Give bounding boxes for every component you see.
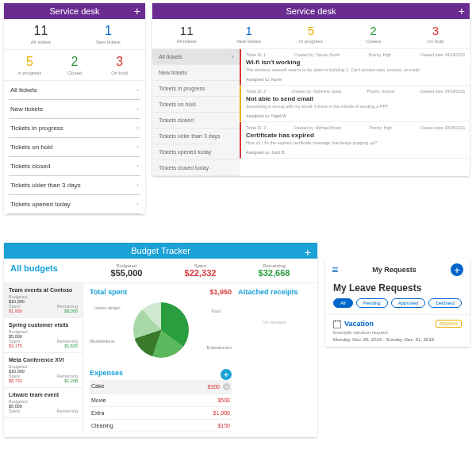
ticket[interactable]: Ticket ID: 1Created by: Steven SmithPrio… — [240, 49, 470, 86]
filter-pill[interactable]: Declined — [428, 298, 461, 308]
budget-detail: Total spent $1,950 Interior design... Fo… — [83, 283, 317, 437]
expense-row[interactable]: Cleaning$150 — [90, 420, 232, 432]
expense-row[interactable]: Extra$1,000 — [90, 407, 232, 420]
ticket-list: Ticket ID: 1Created by: Steven SmithPrio… — [240, 49, 470, 176]
add-icon[interactable]: + — [134, 5, 140, 17]
budget-item[interactable]: Spring customer visitsBudgeted$5,000Spen… — [4, 318, 83, 353]
filter-pill[interactable]: Pending — [356, 298, 388, 308]
sidebar-category[interactable]: Tickets on hold — [152, 97, 240, 113]
stat[interactable]: 5In progress — [280, 24, 342, 44]
sidebar-category[interactable]: All tickets› — [152, 49, 240, 65]
service-desk-narrow: Service desk + 11All tickets1New tickets… — [4, 3, 145, 214]
menu-item[interactable]: Tickets on hold› — [9, 138, 140, 157]
filter-pill[interactable]: All — [333, 298, 353, 308]
header: Budget Tracker + — [4, 243, 317, 259]
stat[interactable]: 1New tickets — [217, 24, 279, 44]
stat[interactable]: 5In progress — [7, 55, 52, 75]
ticket[interactable]: Ticket ID: 3Created by: Michael BrownPri… — [240, 122, 470, 159]
header-title: My Requests — [372, 266, 416, 274]
menu-item[interactable]: New tickets› — [9, 100, 140, 119]
expense-list: Cake$300×Movie$500Extra$1,000Cleaning$15… — [90, 380, 232, 432]
sidebar-category[interactable]: Tickets closed — [152, 113, 240, 129]
header: Service desk + — [152, 3, 470, 19]
total-spent-label: Total spent — [90, 288, 127, 296]
chevron-right-icon: › — [136, 182, 139, 189]
add-expense-icon[interactable]: + — [221, 369, 232, 380]
title: Service desk — [286, 6, 336, 16]
budget-item[interactable]: Litware team eventBudgeted$5,000SpentRem… — [4, 388, 83, 418]
sidebar-category[interactable]: Tickets older than 3 days — [152, 129, 240, 144]
calendar-icon — [333, 321, 341, 328]
filter-pill[interactable]: Approved — [391, 298, 426, 308]
title: Budget Tracker — [131, 246, 190, 255]
my-requests: ≡ My Requests + My Leave Requests AllPen… — [325, 259, 470, 347]
budget-summary: All budgets Budgeted$55,000 Spent$22,332… — [4, 259, 317, 283]
filter-pills: AllPendingApprovedDeclined — [325, 298, 470, 314]
stat[interactable]: 3On hold — [405, 24, 466, 44]
header: Service desk + — [4, 3, 145, 19]
ticket[interactable]: Ticket ID: 2Created by: Katherine JonasP… — [240, 86, 470, 122]
sidebar-category[interactable]: Tickets opened today — [152, 144, 240, 160]
add-request-icon[interactable]: + — [451, 263, 463, 276]
chevron-right-icon: › — [136, 86, 139, 94]
stat[interactable]: 2Closed — [52, 55, 98, 75]
stat[interactable]: 11All tickets — [155, 24, 217, 44]
add-icon[interactable]: + — [305, 246, 311, 259]
sidebar-category[interactable]: Tickets closed today — [152, 160, 240, 176]
expenses-label: Expenses — [90, 369, 123, 377]
menu-item[interactable]: Tickets opened today› — [9, 195, 140, 214]
attached-label: Attached receipts — [238, 288, 311, 296]
pie-chart: Interior design... Food Entertainment Mi… — [90, 302, 232, 364]
page-title: My Leave Requests — [325, 281, 470, 298]
request-item[interactable]: Vacation PENDING Example vacation reques… — [325, 314, 470, 347]
stat[interactable]: 2Closed — [342, 24, 404, 44]
menu-icon[interactable]: ≡ — [332, 263, 338, 276]
all-budgets-label: All budgets — [10, 263, 90, 278]
expense-row[interactable]: Movie$500 — [90, 394, 232, 407]
service-desk-wide: Service desk + 11All tickets1New tickets… — [152, 3, 470, 176]
total-spent-value: $1,950 — [209, 288, 232, 299]
title: Service desk — [50, 6, 100, 16]
budget-item[interactable]: Meta Conference XVIBudgeted$10,000SpentR… — [4, 353, 83, 388]
stats-row-1: 11All tickets1New tickets — [4, 19, 145, 50]
menu-item[interactable]: Tickets closed› — [9, 157, 140, 176]
stat[interactable]: 11All tickets — [7, 24, 75, 44]
chevron-right-icon: › — [136, 125, 139, 132]
status-badge: PENDING — [436, 320, 462, 328]
chevron-right-icon: › — [136, 201, 139, 208]
expense-row[interactable]: Cake$300× — [90, 380, 232, 394]
menu-item[interactable]: Tickets in progress› — [9, 119, 140, 138]
delete-icon[interactable]: × — [223, 383, 230, 390]
budget-item[interactable]: Team events at ContosoBudgeted$10,000Spe… — [4, 283, 83, 318]
chevron-right-icon: › — [136, 144, 139, 151]
category-list: All tickets›New tickets›Tickets in progr… — [4, 81, 145, 214]
budget-list: Team events at ContosoBudgeted$10,000Spe… — [4, 283, 83, 437]
menu-item[interactable]: Tickets older than 3 days› — [9, 176, 140, 195]
no-receipts: No receipts — [238, 320, 311, 324]
stats-row-2: 5In progress2Closed3On hold — [4, 50, 145, 81]
stat[interactable]: 3On hold — [97, 55, 142, 75]
category-sidebar: All tickets›New ticketsTickets in progre… — [152, 49, 240, 176]
budget-tracker: Budget Tracker + All budgets Budgeted$55… — [4, 243, 317, 437]
stat[interactable]: 1New tickets — [75, 24, 142, 44]
sidebar-category[interactable]: New tickets — [152, 65, 240, 81]
chevron-right-icon: › — [136, 106, 139, 113]
menu-item[interactable]: All tickets› — [9, 81, 140, 100]
stats-row: 11All tickets1New tickets5In progress2Cl… — [152, 19, 470, 49]
sidebar-category[interactable]: Tickets in progress — [152, 81, 240, 97]
add-icon[interactable]: + — [459, 5, 465, 17]
chevron-right-icon: › — [232, 54, 233, 60]
chevron-right-icon: › — [136, 163, 139, 170]
